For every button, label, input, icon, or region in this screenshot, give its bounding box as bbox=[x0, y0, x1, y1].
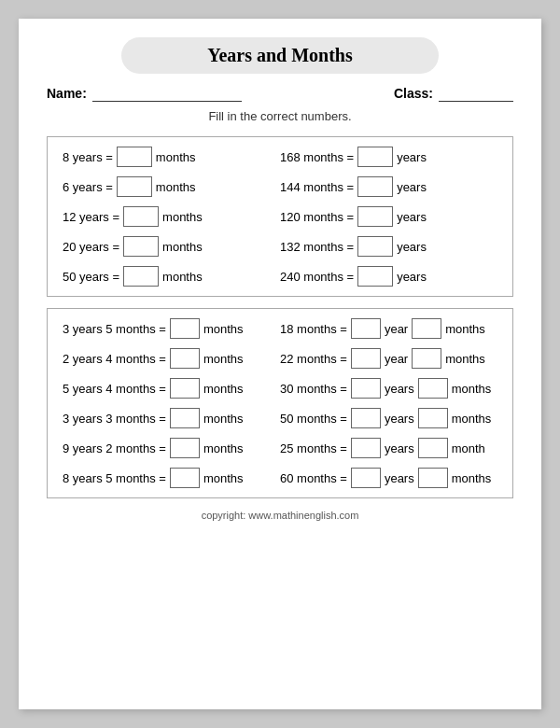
right-expr: 30 months = bbox=[280, 382, 347, 396]
answer-box[interactable] bbox=[170, 438, 200, 458]
answer-box[interactable] bbox=[418, 438, 448, 458]
answer-box[interactable] bbox=[412, 348, 441, 369]
class-input[interactable] bbox=[439, 85, 513, 102]
right-expr: 25 months = bbox=[280, 441, 347, 455]
section-1: 8 years = months 168 months = years 6 ye… bbox=[47, 136, 513, 297]
class-field-group: Class: bbox=[394, 85, 513, 102]
right-col: 60 months = years months bbox=[280, 468, 497, 488]
answer-box[interactable] bbox=[123, 236, 159, 257]
right-expr: 18 months = bbox=[280, 322, 347, 336]
right-unit: years bbox=[397, 180, 427, 194]
answer-box[interactable] bbox=[170, 378, 200, 399]
left-expr: 3 years 5 months = bbox=[63, 322, 166, 336]
answer-box[interactable] bbox=[170, 408, 200, 428]
class-label: Class: bbox=[394, 86, 433, 101]
answer-box[interactable] bbox=[357, 236, 393, 257]
right-unit: years bbox=[397, 210, 427, 224]
right-expr: 120 months = bbox=[280, 210, 354, 224]
instructions: Fill in the correct numbers. bbox=[47, 109, 513, 123]
answer-box[interactable] bbox=[117, 176, 152, 197]
answer-box[interactable] bbox=[351, 438, 381, 458]
answer-box[interactable] bbox=[357, 176, 393, 197]
left-col: 5 years 4 months = months bbox=[63, 378, 280, 399]
left-expr: 20 years = bbox=[63, 240, 119, 254]
table-row: 12 years = months 120 months = years bbox=[63, 206, 497, 227]
name-label: Name: bbox=[47, 86, 87, 101]
left-expr: 3 years 3 months = bbox=[63, 412, 166, 426]
right-col: 240 months = years bbox=[280, 266, 497, 287]
right-unit1: years bbox=[385, 382, 414, 396]
name-class-row: Name: Class: bbox=[47, 85, 513, 102]
answer-box[interactable] bbox=[418, 378, 448, 399]
right-expr: 240 months = bbox=[280, 270, 354, 284]
answer-box[interactable] bbox=[123, 266, 159, 287]
right-expr: 168 months = bbox=[280, 150, 354, 164]
right-expr: 60 months = bbox=[280, 471, 347, 485]
table-row: 6 years = months 144 months = years bbox=[63, 176, 497, 197]
left-unit: months bbox=[203, 322, 244, 336]
right-unit2: months bbox=[452, 412, 492, 426]
answer-box[interactable] bbox=[357, 266, 393, 287]
copyright: copyright: www.mathinenglish.com bbox=[47, 510, 513, 521]
right-expr: 132 months = bbox=[280, 240, 354, 254]
answer-box[interactable] bbox=[351, 318, 381, 339]
left-col: 8 years 5 months = months bbox=[63, 468, 280, 488]
answer-box[interactable] bbox=[170, 348, 200, 369]
answer-box[interactable] bbox=[117, 147, 152, 167]
right-unit1: years bbox=[385, 441, 414, 455]
left-expr: 2 years 4 months = bbox=[63, 352, 166, 366]
table-row: 3 years 3 months = months 50 months = ye… bbox=[63, 408, 497, 428]
section-2: 3 years 5 months = months 18 months = ye… bbox=[47, 308, 513, 498]
worksheet-page: Years and Months Name: Class: Fill in th… bbox=[19, 19, 541, 709]
right-col: 22 months = year months bbox=[280, 348, 497, 369]
right-unit1: years bbox=[385, 412, 414, 426]
answer-box[interactable] bbox=[351, 348, 381, 369]
answer-box[interactable] bbox=[357, 206, 393, 227]
left-unit: months bbox=[162, 210, 203, 224]
left-expr: 5 years 4 months = bbox=[63, 382, 166, 396]
right-unit: years bbox=[397, 270, 427, 284]
right-expr: 22 months = bbox=[280, 352, 347, 366]
right-col: 168 months = years bbox=[280, 147, 497, 167]
answer-box[interactable] bbox=[123, 206, 159, 227]
right-unit: years bbox=[397, 240, 427, 254]
left-col: 20 years = months bbox=[63, 236, 280, 257]
answer-box[interactable] bbox=[351, 408, 381, 428]
left-unit: months bbox=[162, 270, 203, 284]
answer-box[interactable] bbox=[357, 147, 393, 167]
table-row: 50 years = months 240 months = years bbox=[63, 266, 497, 287]
answer-box[interactable] bbox=[170, 468, 200, 488]
answer-box[interactable] bbox=[418, 408, 448, 428]
right-unit1: year bbox=[385, 322, 408, 336]
left-unit: months bbox=[203, 471, 244, 485]
left-unit: months bbox=[156, 180, 196, 194]
right-col: 132 months = years bbox=[280, 236, 497, 257]
left-col: 3 years 5 months = months bbox=[63, 318, 280, 339]
answer-box[interactable] bbox=[351, 378, 381, 399]
right-unit1: years bbox=[385, 471, 414, 485]
left-expr: 50 years = bbox=[63, 270, 119, 284]
left-unit: months bbox=[203, 412, 244, 426]
right-unit2: months bbox=[452, 382, 492, 396]
right-unit: years bbox=[397, 150, 427, 164]
left-col: 6 years = months bbox=[63, 176, 280, 197]
answer-box[interactable] bbox=[170, 318, 200, 339]
left-col: 9 years 2 months = months bbox=[63, 438, 280, 458]
table-row: 3 years 5 months = months 18 months = ye… bbox=[63, 318, 497, 339]
answer-box[interactable] bbox=[351, 468, 381, 488]
answer-box[interactable] bbox=[418, 468, 448, 488]
left-expr: 12 years = bbox=[63, 210, 119, 224]
right-col: 18 months = year months bbox=[280, 318, 497, 339]
answer-box[interactable] bbox=[412, 318, 441, 339]
right-col: 30 months = years months bbox=[280, 378, 497, 399]
left-unit: months bbox=[156, 150, 196, 164]
name-input[interactable] bbox=[92, 85, 242, 102]
left-unit: months bbox=[203, 382, 244, 396]
table-row: 8 years = months 168 months = years bbox=[63, 147, 497, 167]
right-unit2: months bbox=[452, 471, 492, 485]
page-title: Years and Months bbox=[140, 45, 420, 66]
left-expr: 9 years 2 months = bbox=[63, 441, 166, 455]
right-unit2: month bbox=[452, 441, 485, 455]
left-col: 8 years = months bbox=[63, 147, 280, 167]
table-row: 5 years 4 months = months 30 months = ye… bbox=[63, 378, 497, 399]
